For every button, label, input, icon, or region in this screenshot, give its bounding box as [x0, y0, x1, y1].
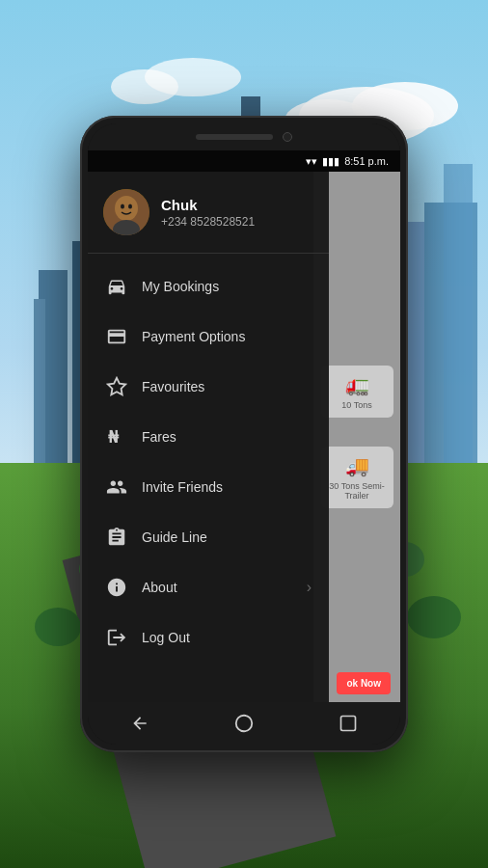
truck-icon-30t: 🚚	[345, 454, 369, 477]
drawer-header[interactable]: Chuk +234 8528528521	[88, 172, 329, 254]
menu-list: My Bookings Payment Options	[88, 254, 329, 670]
avatar-face	[103, 189, 149, 235]
svg-marker-37	[108, 378, 125, 394]
truck-icon-10t: 🚛	[345, 373, 369, 396]
menu-item-about[interactable]: About ›	[88, 562, 329, 612]
user-name: Chuk	[161, 197, 255, 213]
truck-label-30t: 30 Tons Semi-Trailer	[325, 481, 390, 501]
status-bar: ▾▾ ▮▮▮ 8:51 p.m.	[88, 150, 400, 172]
status-time: 8:51 p.m.	[344, 155, 389, 167]
naira-icon: ₦	[105, 425, 128, 448]
menu-item-fares[interactable]: ₦ Fares	[88, 412, 329, 462]
svg-point-5	[111, 69, 178, 104]
menu-item-guide-line[interactable]: Guide Line	[88, 512, 329, 562]
recents-button[interactable]	[331, 706, 366, 741]
phone-inner: ▾▾ ▮▮▮ 8:51 p.m. 🚛 10 Tons 🚚 30 Tons Sem…	[88, 123, 400, 745]
menu-item-invite-friends[interactable]: Invite Friends	[88, 462, 329, 512]
navigation-drawer: Chuk +234 8528528521 My Bookings	[88, 172, 329, 702]
logout-icon	[105, 626, 128, 649]
book-now-button[interactable]: ok Now	[337, 672, 391, 694]
svg-rect-40	[341, 717, 356, 731]
phone-frame: ▾▾ ▮▮▮ 8:51 p.m. 🚛 10 Tons 🚚 30 Tons Sem…	[80, 116, 408, 752]
user-info: Chuk +234 8528528521	[161, 197, 255, 229]
svg-point-35	[121, 204, 124, 209]
avatar-illustration	[103, 189, 149, 235]
avatar	[103, 189, 149, 235]
svg-point-33	[115, 196, 138, 221]
menu-label-fares: Fares	[142, 429, 176, 445]
menu-item-favourites[interactable]: Favourites	[88, 362, 329, 412]
truck-card-1[interactable]: 🚛 10 Tons	[321, 366, 393, 418]
menu-label-favourites: Favourites	[142, 379, 204, 394]
svg-point-28	[407, 596, 461, 638]
chevron-right-icon: ›	[307, 579, 312, 596]
card-icon	[105, 325, 128, 348]
menu-item-payment-options[interactable]: Payment Options	[88, 312, 329, 362]
menu-item-my-bookings[interactable]: My Bookings	[88, 261, 329, 312]
svg-point-36	[128, 204, 132, 209]
back-button[interactable]	[122, 706, 157, 741]
menu-label-guide: Guide Line	[142, 529, 207, 545]
home-button[interactable]	[227, 706, 261, 741]
menu-label-bookings: My Bookings	[142, 279, 219, 294]
user-phone: +234 8528528521	[161, 215, 255, 229]
phone-content: 🚛 10 Tons 🚚 30 Tons Semi-Trailer ok Now	[88, 172, 400, 702]
car-icon	[105, 275, 128, 298]
menu-label-payment: Payment Options	[142, 329, 245, 344]
menu-item-log-out[interactable]: Log Out	[88, 612, 329, 663]
svg-text:₦: ₦	[108, 428, 120, 446]
clipboard-icon	[105, 526, 128, 549]
svg-rect-15	[444, 164, 473, 482]
svg-point-39	[236, 716, 253, 732]
people-icon	[105, 475, 128, 499]
menu-label-about: About	[142, 580, 177, 595]
star-icon	[105, 375, 128, 398]
truck-label-10t: 10 Tons	[341, 400, 371, 410]
menu-label-invite: Invite Friends	[142, 479, 223, 495]
nav-bar	[88, 702, 400, 745]
svg-point-29	[35, 608, 81, 646]
front-camera	[283, 132, 292, 142]
truck-card-2[interactable]: 🚚 30 Tons Semi-Trailer	[321, 447, 393, 508]
phone-notch	[88, 123, 400, 150]
speaker-grille	[196, 134, 273, 140]
svg-rect-7	[34, 299, 45, 482]
menu-label-logout: Log Out	[142, 630, 190, 645]
info-icon	[105, 576, 128, 599]
battery-icon: ▮▮▮	[322, 155, 339, 168]
wifi-icon: ▾▾	[306, 155, 317, 168]
